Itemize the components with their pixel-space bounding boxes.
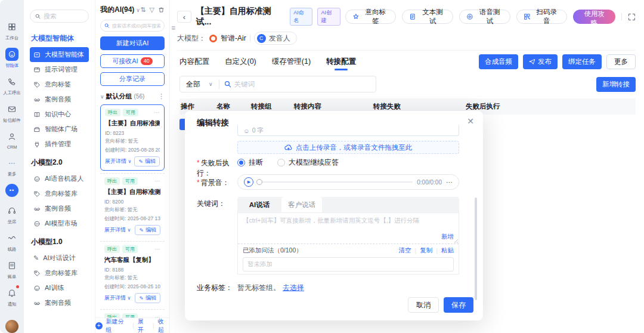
go-select-link[interactable]: 去选择 <box>283 283 304 292</box>
sidebar-item-case-audio-2[interactable]: 案例音频 <box>30 201 89 216</box>
keyword-search-input[interactable] <box>234 81 371 88</box>
sidebar-item-case-audio-3[interactable]: 案例音频 <box>30 295 89 310</box>
sidebar-item-intent-tag-lib[interactable]: 意向标签库 <box>30 186 89 201</box>
sidebar-item-case-audio[interactable]: 案例音频 <box>30 92 89 107</box>
receivable-ai-button[interactable]: 可接收AI 40 <box>100 54 165 68</box>
sidebar-item-prompt-mgmt[interactable]: 提示词管理 <box>30 62 89 77</box>
voice-speaker-button[interactable]: C 发音人 <box>254 32 297 45</box>
sidebar-item-agent-market[interactable]: 智能体广场 <box>30 122 89 137</box>
sidebar-item-ai-voice-robot[interactable]: AI语音机器人 <box>30 171 89 186</box>
upload-audio-dropzone[interactable]: 点击上传录音，或将录音文件拖拽至此 <box>237 141 459 154</box>
sidebar-item-label: 插件管理 <box>45 140 71 149</box>
rail-item-workbench[interactable]: 工作台 <box>5 20 19 41</box>
tab-ai-speech[interactable]: AI说话 <box>237 197 281 212</box>
filter-scope-select[interactable]: 全部 ∨ <box>180 79 219 90</box>
tab-transfer-config[interactable]: 转接配置 <box>326 51 356 72</box>
paste-link[interactable]: 粘贴 <box>441 246 454 255</box>
expand-details-link[interactable]: 展开详情 ∨ <box>105 158 131 165</box>
back-button[interactable]: ‹ <box>177 11 191 23</box>
rail-item-sms-mail[interactable]: 短信邮件 <box>2 103 21 124</box>
added-phrases-count: 已添加问法（0/100） <box>243 246 302 255</box>
ai-search-input[interactable] <box>112 23 160 29</box>
intent-tags-button[interactable]: 意向标签 <box>345 10 397 24</box>
sidebar-item-intent-tag-lib-2[interactable]: 意向标签库 <box>30 266 89 280</box>
rail-item-seats[interactable]: 坐席 <box>5 204 18 225</box>
filter-funnel-icon[interactable]: ▽ <box>150 6 154 14</box>
new-group-link[interactable]: 新建分组 <box>106 317 129 333</box>
copy-link[interactable]: 复制 <box>420 246 432 255</box>
rail-item-agent[interactable]: 智能体 <box>5 48 19 69</box>
collapse-handle-icon[interactable]: ≡ <box>171 24 175 32</box>
tab-customer-speech[interactable]: 客户说话 <box>281 197 322 212</box>
expand-all-link[interactable]: 展开 <box>138 317 149 333</box>
ai-card[interactable]: 呼出 可用 ⋯ 汽车客服【复制】 ID: 8188 意向标签: 暂无 创建时间:… <box>100 241 165 307</box>
emoji-icon[interactable]: ☺ <box>243 127 250 134</box>
synthesize-audio-button[interactable]: 合成音频 <box>479 54 518 69</box>
user-avatar[interactable] <box>5 320 18 333</box>
sidebar-item-llm-agent[interactable]: 大模型智能体 <box>30 47 89 62</box>
card-more-icon[interactable]: ⋯ <box>154 246 160 252</box>
pencil-icon: ✎ <box>33 254 39 262</box>
audio-more-icon[interactable]: ⋯ <box>446 178 453 186</box>
tab-content-config[interactable]: 内容配置 <box>179 51 209 72</box>
add-transfer-button[interactable]: 新增转接 <box>596 77 636 92</box>
resize-handle[interactable] <box>454 239 458 243</box>
ai-card[interactable]: 呼出 可用 ⋯ 【主要】自用标准测试 8月27... ID: 8200 意向标签… <box>100 173 165 239</box>
more-button[interactable]: 更多 <box>606 54 636 69</box>
audio-progress-knob[interactable] <box>256 179 262 185</box>
publish-button[interactable]: 发布 <box>523 54 558 69</box>
chevron-down-icon[interactable]: ∨ <box>136 7 140 13</box>
brand-logo[interactable]: •• <box>5 184 18 197</box>
ai-list-title[interactable]: 我的AI(94) <box>100 5 134 15</box>
card-more-icon[interactable]: ⋯ <box>154 178 160 184</box>
sidebar-item-plugin-mgmt[interactable]: 插件管理 <box>30 137 89 152</box>
sidebar-item-ai-model-market[interactable]: AI模型市场 <box>30 216 89 231</box>
model-name[interactable]: 智谱-Air <box>221 33 246 44</box>
card-more-icon[interactable]: ⋯ <box>154 109 160 116</box>
fullscreen-icon[interactable] <box>628 13 636 21</box>
usage-guide-button[interactable]: 使用攻略 <box>573 10 615 24</box>
card-edit-button[interactable]: ✎编辑 <box>135 225 160 235</box>
radio-hangup[interactable]: 挂断 <box>237 158 263 168</box>
play-button[interactable]: ▶ <box>244 177 253 187</box>
tab-custom[interactable]: 自定义(0) <box>225 51 256 72</box>
sidebar-item-ai-dialog-design[interactable]: ✎ AI对话设计 <box>30 251 89 266</box>
save-button[interactable]: 保存 <box>444 297 473 313</box>
expand-details-link[interactable]: 展开详情 ∨ <box>104 226 131 234</box>
sort-icon[interactable]: ⇅ <box>140 6 145 14</box>
rail-item-bills[interactable]: 账单 <box>5 259 18 280</box>
nav-search-input[interactable] <box>44 13 83 20</box>
close-icon[interactable]: ✕ <box>467 116 474 126</box>
rail-item-lines[interactable]: 线路 <box>5 232 18 252</box>
expand-details-link[interactable]: 展开详情 ∨ <box>104 294 131 302</box>
rail-item-crm[interactable]: CRM <box>5 130 18 150</box>
clear-link[interactable]: 清空 <box>399 246 411 255</box>
add-keyword-link[interactable]: 新增 <box>441 233 454 241</box>
cancel-button[interactable]: 取消 <box>408 297 439 313</box>
radio-llm-continue[interactable]: 大模型继续应答 <box>277 158 339 168</box>
qr-record-button[interactable]: 扫码录音 <box>516 10 568 24</box>
modal-scrollbar[interactable] <box>475 198 477 300</box>
share-records-button[interactable]: 分享记录 <box>100 72 165 86</box>
sidebar-item-ai-training[interactable]: AI训练 <box>30 280 89 295</box>
transfer-content-textarea[interactable]: ☺ 0 字 <box>237 125 459 136</box>
sidebar-item-intent-tags[interactable]: 意向标签 <box>30 77 89 92</box>
sidebar-item-knowledge-center[interactable]: 知识中心 <box>30 107 89 122</box>
tab-cache-mgmt[interactable]: 缓存管理(1) <box>272 51 311 72</box>
bind-task-button[interactable]: 绑定任务 <box>562 54 602 69</box>
voice-test-button[interactable]: 语音测试 <box>459 10 510 24</box>
rail-item-notifications[interactable]: 通知 <box>5 286 18 307</box>
kebab-menu-icon[interactable]: ⋮ <box>158 92 165 100</box>
audio-progress-track[interactable] <box>258 181 413 183</box>
group-header[interactable]: ∨ 默认分组 (56) ⋮ <box>100 92 165 101</box>
text-test-button[interactable]: 文本测试 <box>402 10 453 24</box>
rail-item-more[interactable]: ⋯ 更多 <box>5 156 18 177</box>
ai-card[interactable]: 呼出 可用 ⋯ 【主要】自用标准测试 8月28... ID: 8223 意向标签… <box>100 104 165 171</box>
rail-item-manual-call[interactable]: 人工呼出 <box>2 75 21 96</box>
new-dialog-ai-button[interactable]: 新建对话AI <box>100 36 165 50</box>
keyword-textarea[interactable] <box>243 217 454 231</box>
collapse-all-link[interactable]: 收起 <box>158 317 169 333</box>
trash-icon[interactable] <box>158 7 165 13</box>
card-edit-button[interactable]: ✎编辑 <box>134 156 160 166</box>
card-edit-button[interactable]: ✎编辑 <box>135 293 160 303</box>
